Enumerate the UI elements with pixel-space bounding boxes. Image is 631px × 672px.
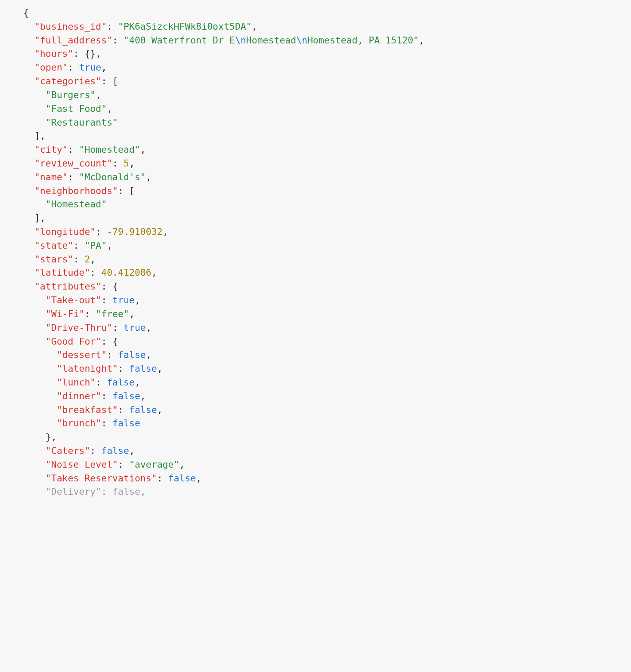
code-token: , (129, 445, 135, 456)
code-token: : (101, 281, 112, 292)
code-token: , (107, 240, 112, 251)
code-token: Homestead, PA 15120" (307, 35, 419, 46)
code-token: "Burgers" (46, 89, 96, 100)
code-token: , (146, 349, 152, 360)
code-token: : (68, 62, 79, 73)
code-token: "Noise Level" (46, 459, 118, 470)
code-token: : (96, 226, 107, 237)
code-token: : (84, 308, 96, 319)
code-token: false (112, 391, 140, 401)
code-token: [ (129, 185, 135, 196)
code-token: "Good For" (46, 336, 101, 347)
code-token: : (96, 377, 107, 388)
code-token: "open" (34, 62, 68, 73)
code-token: : (101, 486, 112, 497)
code-token: : (90, 267, 101, 278)
code-token: "Delivery" (46, 486, 101, 497)
code-token: 2 (84, 254, 90, 265)
code-token: "review_count" (34, 158, 112, 169)
code-token: { (112, 281, 118, 292)
code-token: false (118, 349, 146, 360)
code-token: : (118, 185, 129, 196)
code-token: "400 Waterfront Dr E (124, 35, 235, 46)
code-token: "latenight" (57, 363, 118, 374)
code-token: , (40, 130, 46, 141)
code-token: : (118, 459, 129, 470)
code-token: : (101, 391, 112, 401)
code-token: : (68, 172, 79, 182)
code-token: "state" (34, 240, 74, 251)
code-token: , (140, 486, 146, 497)
code-token: : (74, 254, 85, 265)
code-token: , (140, 391, 146, 401)
code-token: , (129, 308, 135, 319)
code-token: true (124, 322, 146, 333)
code-token: , (129, 158, 135, 169)
code-token: , (196, 473, 201, 484)
code-token: : (101, 295, 112, 305)
code-token: "attributes" (34, 281, 101, 292)
code-token: "neighborhoods" (34, 185, 118, 196)
code-token: : (118, 404, 129, 415)
code-token: , (163, 226, 168, 237)
code-token: , (90, 254, 96, 265)
code-token: } (46, 432, 51, 442)
code-token: false (112, 418, 140, 428)
code-token: , (157, 404, 163, 415)
code-token: "Take-out" (46, 295, 101, 305)
code-token: \n (235, 35, 246, 46)
code-token: "Drive-Thru" (46, 322, 112, 333)
code-token: false (129, 404, 157, 415)
code-token: , (419, 35, 424, 46)
code-token: "hours" (34, 48, 74, 59)
code-token: "Takes Reservations" (46, 473, 157, 484)
code-token: : (107, 349, 118, 360)
code-token: , (96, 89, 101, 100)
code-token: [ (112, 76, 118, 86)
code-token: "dessert" (57, 349, 107, 360)
code-token: Homestead (246, 35, 297, 46)
code-token: : (68, 144, 79, 155)
code-token: "average" (129, 459, 179, 470)
code-token: "brunch" (57, 418, 102, 428)
code-token: , (146, 172, 152, 182)
code-token: true (79, 62, 101, 73)
code-token: : (112, 158, 124, 169)
code-token: false (101, 445, 129, 456)
code-token: , (107, 103, 112, 114)
code-token: false (129, 363, 157, 374)
code-token: , (135, 295, 140, 305)
code-token: "McDonald's" (79, 172, 145, 182)
code-token: , (96, 48, 101, 59)
code-token: false (107, 377, 135, 388)
code-token: "PA" (84, 240, 107, 251)
code-token: : (90, 445, 101, 456)
code-token: "breakfast" (57, 404, 118, 415)
code-token: "lunch" (57, 377, 96, 388)
code-token: "latitude" (34, 267, 90, 278)
code-token: , (40, 213, 46, 223)
code-token: , (179, 459, 185, 470)
code-token: , (252, 21, 257, 32)
code-token: "Caters" (46, 445, 90, 456)
code-token: : (74, 240, 85, 251)
code-token: : (112, 35, 124, 46)
code-token: { (23, 7, 29, 18)
code-token: 5 (124, 158, 129, 169)
code-token: : (107, 21, 118, 32)
code-token: true (112, 295, 135, 305)
code-token: : (118, 363, 129, 374)
code-token: , (101, 62, 107, 73)
code-token: , (51, 432, 57, 442)
code-token: "longitude" (34, 226, 96, 237)
code-token: , (135, 377, 140, 388)
code-token: , (140, 144, 146, 155)
code-token: "name" (34, 172, 68, 182)
code-token: 40.412086 (101, 267, 152, 278)
code-token: "categories" (34, 76, 101, 86)
code-token: "business_id" (34, 21, 107, 32)
code-token: "dinner" (57, 391, 102, 401)
code-token: , (152, 267, 157, 278)
code-token: : (101, 418, 112, 428)
json-code-block: { "business_id": "PK6aSizckHFWk8i0oxt5DA… (0, 0, 631, 499)
